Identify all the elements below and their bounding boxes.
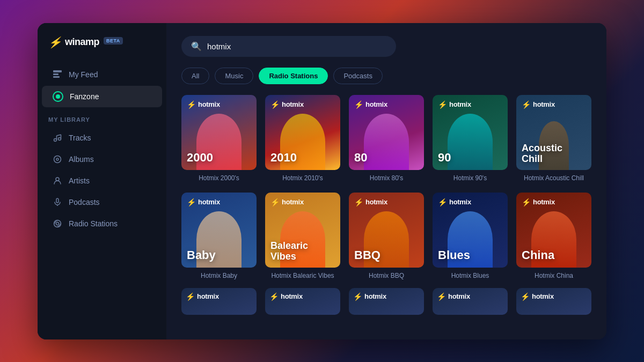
svg-rect-2	[53, 76, 60, 78]
svg-point-9	[56, 158, 58, 160]
station-name-acoustic: Hotmix Acoustic Chill	[516, 174, 591, 182]
main-content: 🔍 All Music Radio Stations Podcasts ⚡	[166, 23, 606, 339]
station-card-r3e[interactable]: ⚡ hotmix	[516, 288, 591, 315]
station-card-acoustic[interactable]: ⚡ hotmix AcousticChill Hotmix Acoustic C…	[516, 95, 591, 182]
filter-tabs: All Music Radio Stations Podcasts	[181, 68, 591, 84]
fanzone-label: Fanzone	[70, 92, 99, 101]
sidebar-item-radio-stations[interactable]: Radio Stations	[42, 213, 162, 234]
hotmix-brand: hotmix	[365, 100, 387, 108]
station-name-blues: Hotmix Blues	[433, 272, 508, 279]
station-label-blues: Blues	[438, 249, 502, 262]
hotmix-brand: hotmix	[364, 292, 386, 300]
bolt-icon: ⚡	[270, 100, 280, 109]
station-card-baby[interactable]: ⚡ hotmix Baby Hotmix Baby	[181, 193, 257, 279]
search-icon: 🔍	[191, 41, 202, 51]
station-card-r3b[interactable]: ⚡ hotmix	[265, 288, 340, 315]
bolt-icon: ⚡	[354, 198, 363, 206]
bolt-icon: ⚡	[270, 198, 280, 206]
station-label-2010s: 2010	[270, 151, 335, 164]
station-name-2010s: Hotmix 2010's	[265, 174, 340, 182]
hotmix-brand: hotmix	[197, 292, 219, 300]
filter-tab-podcasts[interactable]: Podcasts	[333, 68, 382, 84]
sidebar-item-albums[interactable]: Albums	[42, 149, 162, 169]
bolt-icon: ⚡	[353, 292, 362, 301]
station-card-2000s[interactable]: ⚡ hotmix 2000 Hotmix 2000's	[181, 95, 257, 182]
station-card-r3c[interactable]: ⚡ hotmix	[349, 288, 424, 315]
station-label-90s: 90	[438, 151, 502, 164]
sidebar-item-my-feed[interactable]: My Feed	[42, 64, 162, 85]
fanzone-icon	[53, 91, 63, 102]
tracks-label: Tracks	[69, 134, 91, 142]
sidebar-item-podcasts[interactable]: Podcasts	[42, 192, 162, 212]
station-name-balearic: Hotmix Balearic Vibes	[265, 272, 340, 279]
station-label-baby: Baby	[187, 249, 251, 262]
station-card-80s[interactable]: ⚡ hotmix 80 Hotmix 80's	[349, 95, 424, 182]
bolt-icon: ⚡	[186, 292, 195, 301]
hotmix-brand: hotmix	[198, 100, 220, 108]
podcasts-label: Podcasts	[69, 198, 100, 206]
filter-tab-radio-stations[interactable]: Radio Stations	[259, 68, 328, 84]
sidebar-item-artists[interactable]: Artists	[42, 171, 162, 191]
station-card-r3a[interactable]: ⚡ hotmix	[181, 288, 257, 315]
station-card-balearic[interactable]: ⚡ hotmix BalearicVibes Hotmix Balearic V…	[265, 193, 340, 279]
hotmix-brand: hotmix	[532, 292, 554, 300]
radio-icon	[53, 219, 62, 228]
sidebar-item-tracks[interactable]: Tracks	[42, 128, 162, 148]
station-label-bbq: BBQ	[354, 249, 419, 262]
library-section-label: My library	[38, 108, 166, 127]
sidebar: ⚡ winamp BETA My Feed Fanzone My library	[38, 23, 166, 339]
svg-point-8	[54, 156, 61, 162]
stations-grid-row3: ⚡ hotmix ⚡ hotmix	[181, 288, 591, 315]
hotmix-brand: hotmix	[282, 100, 304, 108]
bolt-icon: ⚡	[354, 100, 363, 109]
station-label-acoustic: AcousticChill	[522, 143, 586, 165]
svg-line-6	[57, 135, 61, 136]
station-card-china[interactable]: ⚡ hotmix China Hotmix China	[516, 193, 591, 279]
filter-tab-music[interactable]: Music	[215, 68, 253, 84]
station-card-2010s[interactable]: ⚡ hotmix 2010 Hotmix 2010's	[265, 95, 340, 182]
bolt-icon: ⚡	[438, 198, 447, 206]
svg-rect-11	[56, 198, 58, 203]
svg-point-10	[56, 178, 59, 181]
search-input[interactable]	[207, 42, 314, 51]
hotmix-brand: hotmix	[198, 198, 220, 206]
station-label-80s: 80	[354, 151, 419, 164]
hotmix-brand: hotmix	[281, 292, 303, 300]
feed-icon	[53, 70, 62, 79]
bolt-icon: ⚡	[521, 292, 530, 301]
station-label-2000s: 2000	[187, 151, 251, 164]
radio-stations-label: Radio Stations	[69, 219, 118, 228]
hotmix-brand: hotmix	[449, 198, 471, 206]
svg-rect-1	[53, 73, 58, 75]
filter-tab-all[interactable]: All	[181, 68, 209, 84]
winamp-bolt-icon: ⚡	[48, 36, 62, 49]
station-name-90s: Hotmix 90's	[433, 174, 508, 182]
albums-icon	[53, 154, 62, 164]
bolt-icon: ⚡	[187, 100, 196, 109]
bolt-icon: ⚡	[522, 100, 531, 109]
hotmix-brand: hotmix	[448, 292, 470, 300]
albums-label: Albums	[69, 155, 94, 164]
app-container: ⚡ winamp BETA My Feed Fanzone My library	[38, 23, 606, 339]
hotmix-brand: hotmix	[533, 198, 555, 206]
station-name-china: Hotmix China	[516, 272, 591, 279]
sidebar-item-fanzone[interactable]: Fanzone	[42, 86, 162, 107]
stations-grid-row1: ⚡ hotmix 2000 Hotmix 2000's ⚡	[181, 95, 591, 182]
station-card-r3d[interactable]: ⚡ hotmix	[433, 288, 508, 315]
hotmix-brand: hotmix	[365, 198, 387, 206]
station-label-balearic: BalearicVibes	[270, 241, 335, 262]
station-card-90s[interactable]: ⚡ hotmix 90 Hotmix 90's	[433, 95, 508, 182]
station-name-baby: Hotmix Baby	[181, 272, 257, 279]
hotmix-brand: hotmix	[282, 198, 304, 206]
svg-rect-0	[53, 70, 62, 72]
svg-point-14	[56, 222, 59, 225]
search-bar[interactable]: 🔍	[181, 36, 396, 57]
bolt-icon: ⚡	[187, 198, 196, 206]
station-name-2000s: Hotmix 2000's	[181, 174, 257, 182]
hotmix-brand: hotmix	[449, 100, 471, 108]
beta-badge: BETA	[104, 37, 123, 45]
logo-area: ⚡ winamp BETA	[38, 36, 166, 64]
station-card-bbq[interactable]: ⚡ hotmix BBQ Hotmix BBQ	[349, 193, 424, 279]
station-card-blues[interactable]: ⚡ hotmix Blues Hotmix Blues	[433, 193, 508, 279]
app-name: winamp	[65, 36, 99, 48]
